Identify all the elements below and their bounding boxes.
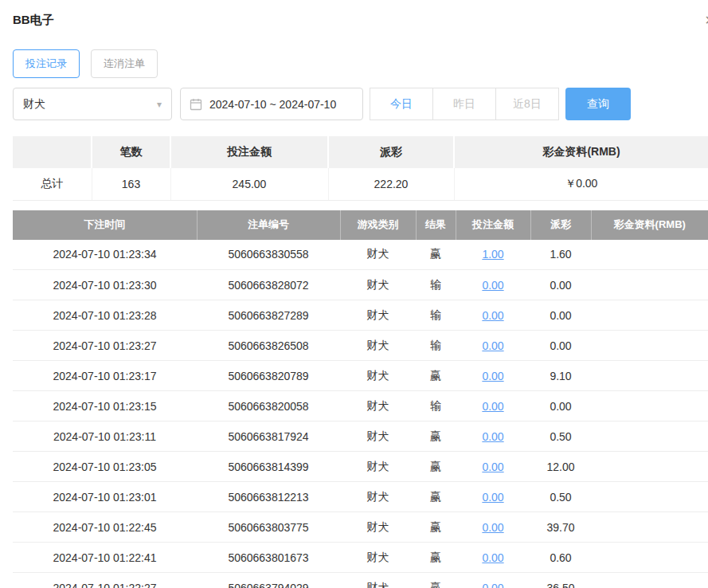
filter-bar: 财犬 ▾ 2024-07-10 ~ 2024-07-10 今日 昨日 近8日 查… <box>13 88 708 120</box>
game-type-cell: 财犬 <box>340 361 416 391</box>
quick-btn-yesterday[interactable]: 昨日 <box>432 88 496 120</box>
close-icon[interactable]: ✕ <box>705 14 708 27</box>
date-range-value: 2024-07-10 ~ 2024-07-10 <box>209 98 336 111</box>
game-type-cell: 财犬 <box>340 240 416 270</box>
order-id-cell: 5060663817924 <box>197 421 340 452</box>
search-button[interactable]: 查询 <box>565 88 631 120</box>
bet-time-cell: 2024-07-10 01:23:34 <box>13 240 197 270</box>
bet-amount-link[interactable]: 0.00 <box>482 582 503 588</box>
bet-amount-link[interactable]: 0.00 <box>482 279 503 292</box>
col-header-bonus: 彩金资料(RMB) <box>591 210 708 240</box>
order-id-cell: 5060663826508 <box>197 331 340 361</box>
bonus-cell <box>591 543 708 573</box>
bet-amount-link[interactable]: 0.00 <box>482 339 503 352</box>
bonus-cell <box>591 391 708 421</box>
col-header-payout: 派彩 <box>530 210 591 240</box>
game-select[interactable]: 财犬 ▾ <box>13 88 172 120</box>
bet-amount-cell: 0.00 <box>456 361 530 391</box>
game-type-cell: 财犬 <box>340 573 416 588</box>
tab-bar: 投注记录 连消注单 <box>13 49 708 78</box>
table-row: 2024-07-10 01:23:01 5060663812213 财犬 赢 0… <box>13 482 708 512</box>
bet-amount-link[interactable]: 0.00 <box>482 400 503 413</box>
bet-amount-link[interactable]: 0.00 <box>482 309 503 322</box>
bet-amount-link[interactable]: 0.00 <box>482 370 503 382</box>
order-id-cell: 5060663803775 <box>197 512 340 543</box>
col-header-time: 下注时间 <box>13 210 197 240</box>
game-type-cell: 财犬 <box>340 543 416 573</box>
bonus-cell <box>591 331 708 361</box>
order-id-cell: 5060663827289 <box>197 300 340 331</box>
bet-time-cell: 2024-07-10 01:23:01 <box>13 482 197 512</box>
bet-time-cell: 2024-07-10 01:23:27 <box>13 331 197 361</box>
bonus-cell <box>591 512 708 543</box>
bet-amount-link[interactable]: 0.00 <box>482 430 503 443</box>
order-id-cell: 5060663814399 <box>197 452 340 482</box>
bet-time-cell: 2024-07-10 01:22:45 <box>13 512 197 543</box>
bet-amount-cell: 1.00 <box>456 240 530 270</box>
order-id-cell: 5060663830558 <box>197 240 340 270</box>
result-cell: 赢 <box>416 361 456 391</box>
game-type-cell: 财犬 <box>340 512 416 543</box>
result-cell: 输 <box>416 270 456 300</box>
order-id-cell: 5060663812213 <box>197 482 340 512</box>
table-row: 2024-07-10 01:23:17 5060663820789 财犬 赢 0… <box>13 361 708 391</box>
quick-btn-last8days[interactable]: 近8日 <box>495 88 559 120</box>
tab-cancelled-orders[interactable]: 连消注单 <box>91 49 158 78</box>
game-type-cell: 财犬 <box>340 452 416 482</box>
summary-header-count: 笔数 <box>92 136 170 168</box>
quick-btn-today[interactable]: 今日 <box>370 88 433 120</box>
result-cell: 赢 <box>416 512 456 543</box>
summary-total-bonus: ￥0.00 <box>454 168 708 200</box>
bonus-cell <box>591 300 708 331</box>
page: BB电子 ✕ 投注记录 连消注单 财犬 ▾ 2024-07-10 ~ 2024-… <box>0 0 708 588</box>
game-type-cell: 财犬 <box>340 391 416 421</box>
col-header-bet-amount: 投注金额 <box>456 210 530 240</box>
bonus-cell <box>591 421 708 452</box>
bet-amount-link[interactable]: 0.00 <box>482 551 503 564</box>
bet-amount-link[interactable]: 0.00 <box>482 521 503 534</box>
summary-header-blank <box>13 136 92 168</box>
bonus-cell <box>591 270 708 300</box>
bet-amount-cell: 0.00 <box>456 331 530 361</box>
chevron-down-icon: ▾ <box>157 99 162 110</box>
result-cell: 赢 <box>416 452 456 482</box>
table-row: 2024-07-10 01:23:28 5060663827289 财犬 输 0… <box>13 300 708 331</box>
bet-table-header-row: 下注时间 注单编号 游戏类别 结果 投注金额 派彩 彩金资料(RMB) <box>13 210 708 240</box>
bonus-cell <box>591 240 708 270</box>
bet-amount-link[interactable]: 1.00 <box>482 248 503 261</box>
table-row: 2024-07-10 01:22:45 5060663803775 财犬 赢 0… <box>13 512 708 543</box>
game-type-cell: 财犬 <box>340 331 416 361</box>
calendar-icon <box>190 98 202 111</box>
result-cell: 赢 <box>416 421 456 452</box>
payout-cell: 39.70 <box>530 512 591 543</box>
bet-time-cell: 2024-07-10 01:22:41 <box>13 543 197 573</box>
payout-cell: 9.10 <box>530 361 591 391</box>
game-type-cell: 财犬 <box>340 421 416 452</box>
bet-amount-link[interactable]: 0.00 <box>482 461 503 473</box>
bet-amount-cell: 0.00 <box>456 391 530 421</box>
col-header-order-id: 注单编号 <box>197 210 340 240</box>
tab-bet-records[interactable]: 投注记录 <box>13 49 80 78</box>
result-cell: 输 <box>416 331 456 361</box>
payout-cell: 0.00 <box>530 270 591 300</box>
result-cell: 赢 <box>416 573 456 588</box>
bet-time-cell: 2024-07-10 01:22:27 <box>13 573 197 588</box>
bet-table-body: 2024-07-10 01:23:34 5060663830558 财犬 赢 1… <box>13 240 708 588</box>
table-row: 2024-07-10 01:23:15 5060663820058 财犬 输 0… <box>13 391 708 421</box>
bonus-cell <box>591 452 708 482</box>
game-type-cell: 财犬 <box>340 482 416 512</box>
bet-time-cell: 2024-07-10 01:23:05 <box>13 452 197 482</box>
summary-header-bet-amount: 投注金额 <box>170 136 328 168</box>
bonus-cell <box>591 482 708 512</box>
bet-amount-link[interactable]: 0.00 <box>482 491 503 504</box>
bet-amount-cell: 0.00 <box>456 270 530 300</box>
payout-cell: 1.60 <box>530 240 591 270</box>
bet-amount-cell: 0.00 <box>456 421 530 452</box>
summary-total-count: 163 <box>92 168 170 200</box>
page-title: BB电子 <box>13 13 54 26</box>
title-row: BB电子 ✕ <box>13 13 708 32</box>
summary-header-bonus: 彩金资料(RMB) <box>454 136 708 168</box>
summary-total-row: 总计 163 245.00 222.20 ￥0.00 <box>13 168 708 200</box>
date-range-input[interactable]: 2024-07-10 ~ 2024-07-10 <box>180 88 363 120</box>
payout-cell: 0.00 <box>530 300 591 331</box>
